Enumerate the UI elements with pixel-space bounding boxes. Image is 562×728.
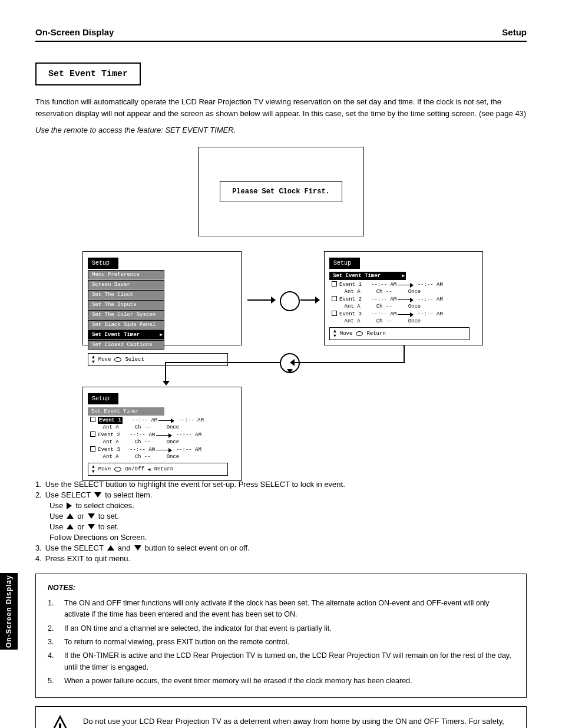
flow-line: [165, 362, 166, 381]
note-item: If an ON time and a channel are selected…: [64, 623, 332, 634]
flow-line: [404, 345, 405, 363]
clock-first-msg: Please Set Clock First.: [220, 181, 342, 202]
flow-arrow-right: [247, 291, 318, 309]
section-title: Set Event Timer: [35, 62, 141, 85]
menu-item: Menu Preference: [88, 270, 164, 279]
chevron-right-icon: ▶: [402, 273, 405, 278]
osd-subtitle: Set Event Timer: [88, 407, 164, 416]
triangle-up-icon: [107, 545, 114, 551]
note-item: When a power failure occurs, the event t…: [64, 676, 412, 687]
triangle-down-icon: [94, 492, 101, 498]
header-rule: [35, 41, 527, 42]
event-row: Event 2 --:-- AM --:-- AM: [90, 431, 236, 438]
header-right: Setup: [502, 27, 527, 37]
side-tab: On-Screen Display: [0, 573, 18, 650]
osd-event-panel-a: Setup Set Event Timer▶ Event 1 --:-- AM …: [324, 251, 483, 345]
select-ring-icon: [114, 467, 121, 472]
step-2-last: Follow Directions on Screen.: [35, 533, 527, 542]
notes-box: NOTES: 1.The ON and OFF timer functions …: [35, 574, 527, 698]
intro-p1: This function will automatically operate…: [35, 96, 527, 120]
step-1: 1.Use the SELECT button to highlight the…: [35, 480, 527, 489]
event-row: Event 1 --:-- AM --:-- AM: [332, 281, 478, 288]
event-row: Event 2 --:-- AM --:-- AM: [332, 296, 478, 302]
event-row-b: Ant A Ch -- Once: [90, 424, 236, 430]
triangle-right-icon: [67, 502, 72, 509]
notes-heading: NOTES:: [48, 582, 514, 594]
up-down-icon: ▲▼: [92, 465, 95, 474]
osd-legend: ▲▼ Move On/Off ◄ Return: [88, 463, 228, 476]
triangle-up-icon: [67, 513, 74, 519]
svg-rect-1: [59, 724, 61, 728]
osd-legend: ▲▼ Move Select: [88, 353, 228, 366]
osd-setup-title: Setup: [88, 258, 118, 269]
flow-line: [165, 362, 280, 363]
chevron-right-icon: ▶: [160, 332, 163, 337]
menu-item: Screen Saver: [88, 280, 164, 289]
note-item: To return to normal viewing, press EXIT …: [64, 637, 289, 648]
menu-item: Set The Inputs: [88, 300, 164, 309]
event-row-b: Ant A Ch -- Once: [332, 304, 478, 309]
up-down-icon: ▲▼: [92, 355, 95, 364]
osd-title: Setup: [329, 258, 360, 269]
clock-first-dialog: Please Set Clock First.: [198, 147, 364, 236]
flow-line: [295, 362, 404, 363]
step-2c: Use or to set.: [35, 512, 527, 521]
osd-subtitle: Set Event Timer▶: [329, 272, 406, 280]
event-row: Event 3 --:-- AM --:-- AM: [332, 311, 478, 317]
event-row: Event 1 --:-- AM --:-- AM: [90, 417, 236, 423]
up-down-icon: ▲▼: [333, 329, 336, 338]
step-4: 4.Press EXIT to quit menu.: [35, 554, 527, 563]
event-row-b: Ant A Ch -- Once: [90, 439, 236, 445]
intro-p2: Use the remote to access the feature: SE…: [35, 124, 527, 136]
menu-item: Set The Color System: [88, 310, 164, 319]
select-button-icon: [280, 291, 300, 311]
event-row-b: Ant A Ch -- Once: [90, 454, 236, 460]
osd-setup-panel: Setup Menu Preference Screen Saver Set T…: [82, 251, 242, 345]
event-row-b: Ant A Ch -- Once: [332, 318, 478, 324]
select-button-icon: [280, 353, 300, 373]
left-arrow-icon: ◄: [148, 467, 151, 472]
menu-item: Set Black Side Panel: [88, 320, 164, 330]
triangle-down-icon: [88, 524, 95, 529]
menu-item-selected: Set Event Timer▶: [88, 330, 164, 340]
triangle-up-icon: [67, 524, 74, 529]
event-row: Event 3 --:-- AM --:-- AM: [90, 446, 236, 453]
note-item: If the ON-TIMER is active and the LCD Re…: [64, 650, 514, 673]
triangle-down-icon: [88, 513, 95, 519]
warning-icon: [48, 715, 72, 728]
step-2a: 2.Use SELECT to select item.: [35, 490, 527, 499]
note-item: The ON and OFF timer functions will only…: [64, 598, 514, 621]
header-left: On-Screen Display: [35, 27, 114, 37]
osd-event-panel-b: Setup Set Event Timer Event 1 --:-- AM -…: [82, 387, 242, 481]
menu-item: Set The Clock: [88, 290, 164, 299]
event-row-b: Ant A Ch -- Once: [332, 289, 478, 295]
step-2b: Use to select choices.: [35, 501, 527, 510]
select-ring-icon: [356, 331, 363, 336]
osd-title: Setup: [88, 393, 118, 404]
warning-text: Do not use your LCD Rear Projection TV a…: [83, 716, 514, 728]
step-2d: Use or to set.: [35, 522, 527, 531]
step-3: 3.Use the SELECT and button to select ev…: [35, 543, 527, 552]
down-triangle-icon: [287, 369, 293, 373]
osd-legend: ▲▼ Move Return: [329, 327, 470, 340]
triangle-down-icon: [134, 545, 141, 551]
select-ring-icon: [114, 357, 121, 362]
menu-item: Set Closed Captions: [88, 340, 164, 350]
warning-box: Do not use your LCD Rear Projection TV a…: [35, 706, 527, 728]
